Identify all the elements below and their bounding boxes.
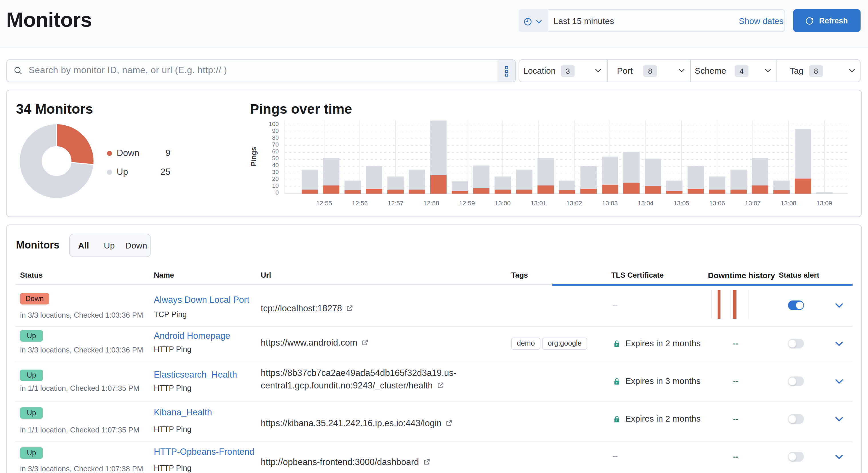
svg-text:0: 0 <box>275 189 279 196</box>
svg-text:10: 10 <box>272 182 279 189</box>
svg-text:13:07: 13:07 <box>745 200 761 207</box>
svg-text:13:05: 13:05 <box>674 200 689 207</box>
svg-text:20: 20 <box>272 175 279 182</box>
svg-text:13:09: 13:09 <box>816 200 832 207</box>
svg-text:12:58: 12:58 <box>424 200 439 207</box>
svg-text:13:00: 13:00 <box>495 200 510 207</box>
svg-text:60: 60 <box>272 148 279 155</box>
svg-text:13:08: 13:08 <box>780 200 796 207</box>
svg-text:30: 30 <box>272 169 279 175</box>
svg-text:13:04: 13:04 <box>638 200 654 207</box>
svg-text:80: 80 <box>272 134 279 141</box>
svg-text:100: 100 <box>269 121 279 127</box>
svg-text:40: 40 <box>272 162 279 168</box>
svg-text:13:06: 13:06 <box>709 200 725 207</box>
svg-text:70: 70 <box>272 141 279 148</box>
svg-text:12:56: 12:56 <box>352 200 368 207</box>
svg-text:13:02: 13:02 <box>566 200 582 207</box>
svg-text:13:03: 13:03 <box>602 200 618 207</box>
svg-text:90: 90 <box>272 127 279 134</box>
svg-text:12:59: 12:59 <box>459 200 475 207</box>
svg-text:13:01: 13:01 <box>531 200 546 207</box>
svg-text:12:57: 12:57 <box>388 200 403 207</box>
svg-text:12:55: 12:55 <box>316 200 332 207</box>
svg-text:50: 50 <box>272 155 279 161</box>
